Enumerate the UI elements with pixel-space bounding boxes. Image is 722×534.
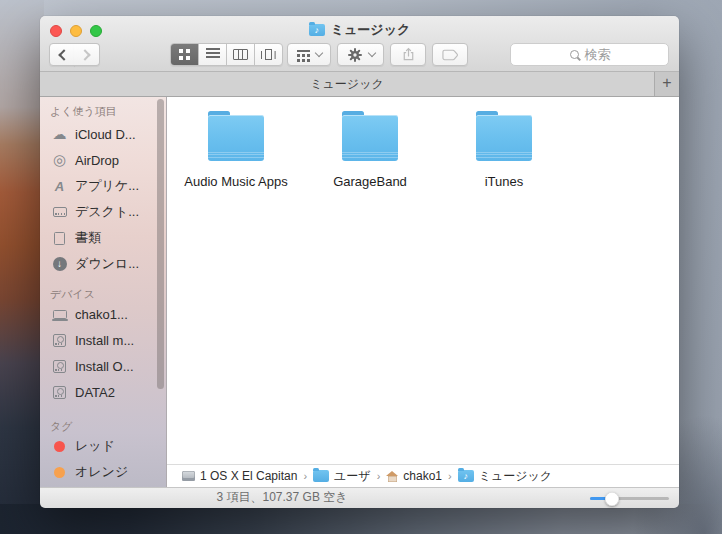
folder-label: GarageBand bbox=[333, 174, 407, 189]
chevron-right-icon bbox=[79, 49, 90, 60]
arrange-button[interactable] bbox=[287, 43, 331, 66]
path-segment-music[interactable]: ミュージック bbox=[458, 468, 552, 485]
content-area: Audio Music Apps GarageBand iTunes bbox=[167, 97, 679, 487]
chevron-down-icon bbox=[314, 49, 322, 57]
chevron-left-icon bbox=[58, 49, 69, 60]
sidebar-item-label: レッド bbox=[75, 437, 115, 455]
list-view-icon bbox=[206, 48, 220, 61]
back-button[interactable] bbox=[49, 43, 75, 66]
sidebar-item-icloud-drive[interactable]: iCloud D... bbox=[40, 121, 166, 147]
tag-red-icon bbox=[51, 438, 68, 455]
forward-button[interactable] bbox=[74, 43, 100, 66]
sidebar-item-documents[interactable]: 書類 bbox=[40, 225, 166, 251]
window-body: よく使う項目 iCloud D... AirDrop アプリケ... デスクト.… bbox=[40, 97, 679, 487]
users-folder-icon bbox=[313, 470, 329, 482]
path-bar: 1 OS X El Capitan › ユーザ › chako1 › ミュージッ… bbox=[167, 464, 679, 487]
laptop-icon bbox=[51, 306, 68, 323]
downloads-icon bbox=[51, 256, 68, 273]
sidebar-item-applications[interactable]: アプリケ... bbox=[40, 173, 166, 199]
column-view-icon bbox=[233, 49, 248, 60]
sidebar-item-chako1[interactable]: chako1... bbox=[40, 301, 166, 327]
sidebar-item-downloads[interactable]: ダウンロ... bbox=[40, 251, 166, 277]
sidebar-item-desktop[interactable]: デスクト... bbox=[40, 199, 166, 225]
folder-icon bbox=[206, 111, 266, 161]
sidebar-item-label: DATA2 bbox=[75, 385, 115, 400]
folder-label: Audio Music Apps bbox=[184, 174, 287, 189]
status-text: 3 項目、107.37 GB 空き bbox=[100, 488, 464, 507]
new-tab-button[interactable]: + bbox=[654, 72, 679, 96]
cloud-icon bbox=[51, 126, 68, 143]
title-bar: ミュージック bbox=[40, 16, 679, 40]
window-title: ミュージック bbox=[331, 21, 411, 39]
folder-garageband[interactable]: GarageBand bbox=[310, 111, 430, 189]
slider-knob[interactable] bbox=[605, 492, 619, 506]
path-segment-volume[interactable]: 1 OS X El Capitan bbox=[182, 469, 297, 483]
sidebar-item-label: オレンジ bbox=[75, 463, 128, 481]
folder-audio-music-apps[interactable]: Audio Music Apps bbox=[176, 111, 296, 189]
close-button[interactable] bbox=[50, 25, 62, 37]
desktop-icon bbox=[51, 204, 68, 221]
folder-icon bbox=[340, 111, 400, 161]
search-placeholder: 検索 bbox=[585, 46, 611, 64]
sidebar-section-devices: デバイス bbox=[40, 277, 166, 301]
home-icon bbox=[386, 471, 398, 482]
sidebar-item-label: アプリケ... bbox=[75, 177, 139, 195]
sidebar-scrollbar[interactable] bbox=[157, 99, 164, 389]
column-view-button[interactable] bbox=[227, 44, 255, 65]
sidebar-item-label: iCloud D... bbox=[75, 127, 136, 142]
icon-view-button[interactable] bbox=[171, 44, 199, 65]
sidebar-item-tag-orange[interactable]: オレンジ bbox=[40, 459, 166, 485]
sidebar-item-data2[interactable]: DATA2 bbox=[40, 379, 166, 405]
external-disk-icon bbox=[51, 358, 68, 375]
path-label: ユーザ bbox=[334, 468, 371, 485]
external-disk-icon bbox=[51, 384, 68, 401]
music-folder-icon bbox=[309, 24, 325, 36]
sidebar: よく使う項目 iCloud D... AirDrop アプリケ... デスクト.… bbox=[40, 97, 167, 487]
external-disk-icon bbox=[51, 332, 68, 349]
wallpaper-mountains bbox=[0, 504, 722, 534]
list-view-button[interactable] bbox=[199, 44, 227, 65]
share-icon bbox=[401, 47, 416, 62]
icon-view-icon bbox=[179, 49, 190, 60]
sidebar-item-label: Install O... bbox=[75, 359, 134, 374]
icon-size-slider[interactable] bbox=[590, 497, 669, 500]
cover-flow-view-button[interactable] bbox=[255, 44, 282, 65]
share-button[interactable] bbox=[390, 43, 426, 66]
sidebar-item-label: デスクト... bbox=[75, 203, 139, 221]
sidebar-item-tag-red[interactable]: レッド bbox=[40, 433, 166, 459]
tag-orange-icon bbox=[51, 464, 68, 481]
hard-disk-icon bbox=[182, 471, 195, 481]
sidebar-section-favorites: よく使う項目 bbox=[40, 97, 166, 121]
action-menu-button[interactable] bbox=[337, 43, 384, 66]
folder-itunes[interactable]: iTunes bbox=[444, 111, 564, 189]
arrange-icon bbox=[297, 50, 310, 60]
music-folder-icon bbox=[458, 470, 474, 482]
sidebar-item-install-m[interactable]: Install m... bbox=[40, 327, 166, 353]
view-mode-segmented-control bbox=[170, 43, 283, 66]
tab-music[interactable]: ミュージック bbox=[40, 72, 654, 96]
search-input[interactable]: 検索 bbox=[510, 43, 669, 66]
gear-icon bbox=[347, 47, 363, 63]
traffic-lights bbox=[50, 25, 102, 37]
minimize-button[interactable] bbox=[70, 25, 82, 37]
wallpaper-cliff bbox=[0, 0, 44, 534]
path-separator: › bbox=[448, 470, 452, 482]
folder-icon bbox=[474, 111, 534, 161]
toolbar-controls: 検索 bbox=[40, 40, 679, 71]
icon-view: Audio Music Apps GarageBand iTunes bbox=[167, 97, 679, 464]
cover-flow-icon bbox=[261, 49, 277, 60]
sidebar-item-label: ダウンロ... bbox=[75, 255, 139, 273]
finder-window: ミュージック bbox=[40, 16, 679, 508]
search-icon bbox=[569, 49, 581, 61]
sidebar-item-airdrop[interactable]: AirDrop bbox=[40, 147, 166, 173]
sidebar-item-label: chako1... bbox=[75, 307, 128, 322]
toolbar: ミュージック bbox=[40, 16, 679, 72]
sidebar-item-install-o[interactable]: Install O... bbox=[40, 353, 166, 379]
zoom-button[interactable] bbox=[90, 25, 102, 37]
sidebar-item-label: 書類 bbox=[75, 229, 101, 247]
tag-button[interactable] bbox=[432, 43, 468, 66]
sidebar-item-label: Install m... bbox=[75, 333, 134, 348]
applications-icon bbox=[51, 178, 68, 195]
path-segment-users[interactable]: ユーザ bbox=[313, 468, 371, 485]
path-segment-home[interactable]: chako1 bbox=[386, 469, 442, 483]
